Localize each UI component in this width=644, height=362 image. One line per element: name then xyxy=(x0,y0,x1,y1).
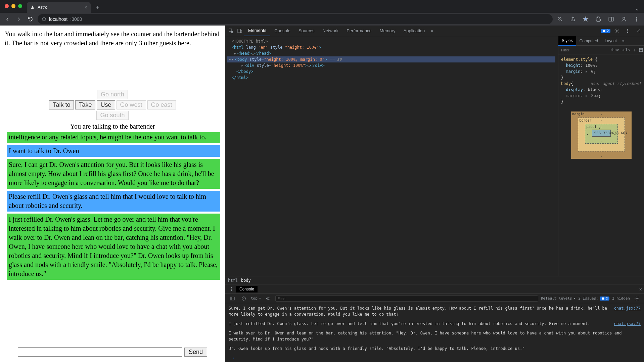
selected-body-node[interactable]: ⋯▾<body style="height: 100%; margin: 0">… xyxy=(227,56,555,62)
forward-button[interactable] xyxy=(15,15,23,23)
svg-rect-8 xyxy=(238,29,241,33)
styles-tab-styles[interactable]: Styles xyxy=(558,36,576,46)
npc-message: I just refilled Dr. Owen's glass. Let me… xyxy=(7,214,220,280)
tabs-dropdown-icon[interactable]: ⌄ xyxy=(635,6,644,13)
tab-performance[interactable]: Performance xyxy=(342,26,375,36)
hidden-count[interactable]: 2 hidden xyxy=(612,296,630,301)
clear-console-icon[interactable] xyxy=(239,294,248,303)
go-east-button[interactable]: Go east xyxy=(147,100,176,109)
device-toolbar-icon[interactable] xyxy=(235,27,244,35)
svg-point-13 xyxy=(627,30,628,31)
url-host: localhost xyxy=(49,16,67,22)
game-controls: Go north Talk to Take Use Go west Go eas… xyxy=(0,89,225,122)
console-sidebar-icon[interactable] xyxy=(228,294,237,303)
drawer-tab-console[interactable]: Console xyxy=(236,286,258,292)
window-close-icon[interactable] xyxy=(5,4,9,8)
console-prompt-icon[interactable]: › xyxy=(229,355,641,361)
svg-rect-2 xyxy=(609,17,613,21)
tab-application[interactable]: Application xyxy=(400,26,429,36)
tab-close-icon[interactable]: × xyxy=(85,5,87,10)
computed-toggle-icon[interactable] xyxy=(639,47,643,53)
svg-rect-23 xyxy=(602,297,604,300)
new-style-rule-icon[interactable] xyxy=(632,47,637,53)
use-button[interactable]: Use xyxy=(97,100,115,109)
back-button[interactable] xyxy=(3,15,11,23)
styles-tab-layout[interactable]: Layout xyxy=(601,36,620,46)
more-tabs-icon[interactable]: » xyxy=(429,29,435,33)
svg-rect-9 xyxy=(240,30,242,33)
profile-icon[interactable] xyxy=(620,15,628,23)
browser-tab[interactable]: Astro × xyxy=(27,2,91,13)
svg-point-5 xyxy=(636,19,637,19)
bc-body[interactable]: body xyxy=(241,278,251,283)
live-expression-icon[interactable] xyxy=(264,294,273,303)
cls-toggle[interactable]: .cls xyxy=(621,48,630,52)
svg-point-12 xyxy=(627,29,628,30)
browser-toolbar: localhost:3000 xyxy=(0,13,644,26)
drawer-close-icon[interactable]: × xyxy=(639,286,642,292)
new-tab-button[interactable]: + xyxy=(93,3,102,12)
zoom-icon[interactable] xyxy=(556,15,564,23)
window-minimize-icon[interactable] xyxy=(11,4,15,8)
console-settings-icon[interactable] xyxy=(633,294,641,303)
box-model[interactable]: margin ---- border ---- padding ---- 555… xyxy=(558,107,644,166)
inspect-element-icon[interactable] xyxy=(227,27,235,35)
console-src-link[interactable]: chat.jsx:77 xyxy=(614,321,641,327)
svg-point-17 xyxy=(231,287,232,288)
svg-point-24 xyxy=(636,298,638,299)
tab-memory[interactable]: Memory xyxy=(376,26,400,36)
devtools-close-icon[interactable] xyxy=(634,27,643,35)
style-rules[interactable]: element.style { height: 100%; margin: ▸ … xyxy=(558,54,644,107)
console-filter-input[interactable] xyxy=(275,296,538,302)
reload-button[interactable] xyxy=(26,15,34,23)
tab-title: Astro xyxy=(38,5,47,10)
menu-icon[interactable] xyxy=(633,15,641,23)
execution-context[interactable]: top ▾ xyxy=(251,296,261,301)
devtools-panel: Elements Console Sources Network Perform… xyxy=(225,26,644,362)
console-entry: Dr. Owen looks up from his glass and nod… xyxy=(229,346,641,352)
console-src-link[interactable]: chat.jsx:77 xyxy=(614,305,641,317)
tab-network[interactable]: Network xyxy=(319,26,343,36)
share-icon[interactable] xyxy=(569,15,577,23)
console-drawer: Console × top ▾ Default levels ▾ 2 Issue… xyxy=(225,284,644,362)
tab-elements[interactable]: Elements xyxy=(244,26,270,36)
drawer-menu-icon[interactable] xyxy=(227,285,236,293)
styles-tab-computed[interactable]: Computed xyxy=(576,36,601,46)
chat-log[interactable]: robotics. If you're interested in discus… xyxy=(0,132,225,345)
issues-link[interactable]: 2 Issues: 2 xyxy=(578,296,609,301)
log-levels[interactable]: Default levels ▾ xyxy=(541,296,576,301)
tab-console[interactable]: Console xyxy=(270,26,294,36)
extensions-icon[interactable] xyxy=(594,15,602,23)
styles-filter-input[interactable] xyxy=(560,48,608,52)
go-south-button[interactable]: Go south xyxy=(96,111,128,120)
url-port: :3000 xyxy=(70,16,82,22)
send-button[interactable]: Send xyxy=(184,348,207,357)
issues-badge[interactable]: 2 xyxy=(601,29,610,33)
devtools-menu-icon[interactable] xyxy=(623,27,632,35)
go-west-button[interactable]: Go west xyxy=(117,100,146,109)
user-message: I want to talk to Dr. Owen xyxy=(7,145,220,157)
npc-message: robotics. If you're interested in discus… xyxy=(7,132,220,143)
take-button[interactable]: Take xyxy=(75,100,95,109)
window-zoom-icon[interactable] xyxy=(18,4,22,8)
hov-toggle[interactable]: :hov xyxy=(610,48,619,52)
chat-input[interactable] xyxy=(18,347,182,357)
svg-rect-10 xyxy=(603,30,605,32)
box-model-dimensions: 555.333×628.667 xyxy=(592,130,611,137)
address-bar[interactable]: localhost:3000 xyxy=(38,14,553,24)
go-north-button[interactable]: Go north xyxy=(97,90,128,99)
user-message: Please refill Dr. Owen's glass and tell … xyxy=(7,191,220,212)
dom-tree[interactable]: <!DOCTYPE html> <html lang="en" style="h… xyxy=(225,36,558,276)
styles-more-icon[interactable]: » xyxy=(620,39,627,43)
talk-to-button[interactable]: Talk to xyxy=(49,100,74,109)
svg-point-3 xyxy=(623,17,625,19)
svg-point-11 xyxy=(616,30,617,32)
sidepanel-icon[interactable] xyxy=(607,15,615,23)
bookmark-star-icon[interactable] xyxy=(582,15,590,23)
tab-sources[interactable]: Sources xyxy=(294,26,319,36)
bc-html[interactable]: html xyxy=(228,278,238,283)
console-output[interactable]: Sure, I can get Dr. Owen's attention for… xyxy=(225,303,644,362)
site-info-icon[interactable] xyxy=(42,17,46,21)
console-entry: Sure, I can get Dr. Owen's attention for… xyxy=(229,305,611,317)
devtools-settings-icon[interactable] xyxy=(612,27,621,35)
